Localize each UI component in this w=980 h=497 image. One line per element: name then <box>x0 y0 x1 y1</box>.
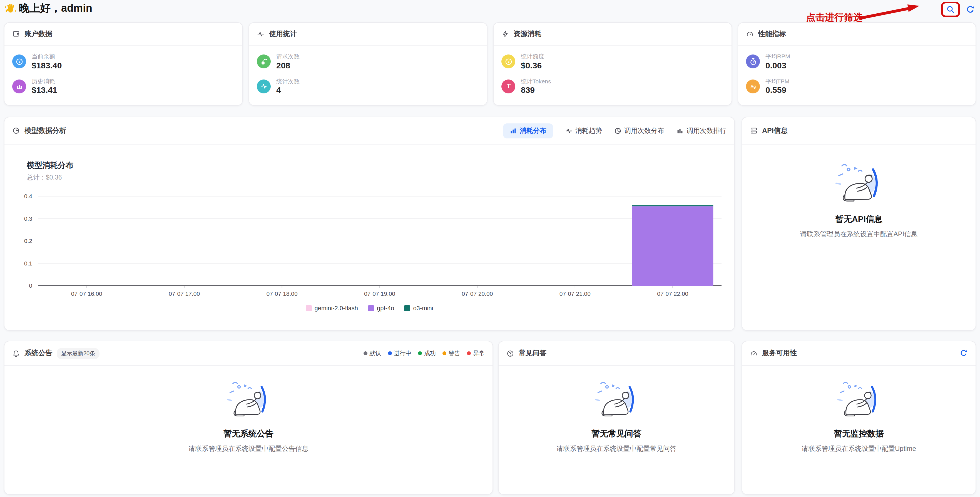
stat-tpm: Ag 平均TPM0.559 <box>746 78 968 95</box>
stat-current-balance: ¥ 当前余额$183.40 <box>12 53 235 70</box>
gauge-icon <box>746 30 754 38</box>
send-icon <box>257 55 271 68</box>
empty-title: 暂无常见问答 <box>592 429 641 439</box>
svg-text:Ag: Ag <box>750 84 756 89</box>
empty-title: 暂无监控数据 <box>834 429 884 439</box>
refresh-icon <box>959 349 968 357</box>
chart-title: 模型消耗分布 <box>27 161 73 170</box>
empty-illustration <box>222 380 275 421</box>
card-account-data: 账户数据 ¥ 当前余额$183.40 历史消耗$13.41 <box>4 22 243 106</box>
card-resource-usage: 资源消耗 ¥ 统计额度$0.36 T 统计Tokens839 <box>493 22 732 106</box>
greeting: 晚上好，admin <box>5 1 92 16</box>
empty-illustration <box>832 380 886 421</box>
uptime-empty-state: 暂无监控数据 请联系管理员在系统设置中配置Uptime <box>742 366 975 454</box>
refresh-button[interactable] <box>964 3 976 15</box>
tab-call-count-distribution[interactable]: 调用次数分布 <box>614 126 664 135</box>
card-faq: 常见问答 暂无常见问答 请联系管理员在系统设置中配置常见问答 <box>498 341 735 495</box>
chart-legend-item[interactable]: gpt-4o <box>368 305 394 311</box>
dashboard-page: 晚上好，admin 点击进行筛选 账户数据 <box>0 0 980 497</box>
card-title: 模型数据分析 <box>24 126 66 135</box>
wallet-icon <box>12 30 20 38</box>
card-title: 服务可用性 <box>762 349 797 358</box>
chart-subtitle: 总计：$0.36 <box>27 174 62 182</box>
announcements-empty-state: 暂无系统公告 请联系管理员在系统设置中配置公告信息 <box>5 366 493 454</box>
search-button[interactable] <box>941 2 960 17</box>
card-title: 性能指标 <box>758 29 786 39</box>
avg-ag-icon: Ag <box>746 80 760 93</box>
search-icon <box>946 5 955 14</box>
svg-text:0: 0 <box>29 282 32 289</box>
empty-description: 请联系管理员在系统设置中配置API信息 <box>800 229 918 239</box>
legend-default: 默认 <box>363 349 381 357</box>
empty-illustration <box>830 162 888 207</box>
server-icon <box>750 127 758 135</box>
uptime-refresh-button[interactable] <box>959 349 968 357</box>
svg-text:0.1: 0.1 <box>24 260 32 266</box>
legend-error: 异常 <box>467 349 485 357</box>
svg-text:0.2: 0.2 <box>24 238 32 244</box>
chart-legend-item[interactable]: o3-mini <box>404 305 433 311</box>
pulse-icon <box>257 80 271 93</box>
stat-historical-usage: 历史消耗$13.41 <box>12 78 235 95</box>
faq-empty-state: 暂无常见问答 请联系管理员在系统设置中配置常见问答 <box>499 366 734 454</box>
card-title: 账户数据 <box>24 29 52 39</box>
card-title: 系统公告 <box>24 349 52 358</box>
empty-title: 暂无系统公告 <box>223 429 274 439</box>
status-dot <box>467 351 471 355</box>
empty-illustration <box>590 380 643 421</box>
lightning-icon <box>501 30 509 38</box>
card-api-info: API信息 暂无API信息 请联系管理员在系统设置中配置API信息 <box>741 117 976 331</box>
tab-consumption-trend[interactable]: 消耗趋势 <box>565 126 602 135</box>
top-controls <box>941 2 976 17</box>
token-t-icon: T <box>501 80 515 93</box>
card-title: API信息 <box>762 126 788 135</box>
wave-icon <box>5 3 16 14</box>
stat-quota: ¥ 统计额度$0.36 <box>501 53 724 70</box>
clock-pie-icon <box>614 127 622 134</box>
svg-text:07-07 17:00: 07-07 17:00 <box>169 290 200 297</box>
stat-tokens: T 统计Tokens839 <box>501 78 724 95</box>
status-dot <box>442 351 446 355</box>
card-title: 常见问答 <box>519 349 546 358</box>
svg-text:¥: ¥ <box>507 60 509 64</box>
svg-text:07-07 16:00: 07-07 16:00 <box>71 290 102 297</box>
status-dot <box>388 351 391 355</box>
card-title: 资源消耗 <box>514 29 541 39</box>
svg-text:0.4: 0.4 <box>24 193 32 199</box>
balance-coin-icon: ¥ <box>12 55 26 68</box>
stat-request-count: 请求次数208 <box>257 53 479 70</box>
refresh-icon <box>966 5 975 14</box>
empty-description: 请联系管理员在系统设置中配置公告信息 <box>188 444 309 454</box>
status-legend: 默认 进行中 成功 警告 异常 <box>363 349 485 357</box>
bell-icon <box>12 349 20 357</box>
activity-icon <box>257 30 265 38</box>
card-model-analysis: 模型数据分析 消耗分布 消耗趋势 调用次数分布 调用次数排行 <box>4 117 735 331</box>
svg-text:07-07 20:00: 07-07 20:00 <box>461 290 493 297</box>
announcements-badge: 显示最新20条 <box>57 348 100 359</box>
empty-description: 请联系管理员在系统设置中配置常见问答 <box>557 444 676 454</box>
tab-consumption-distribution[interactable]: 消耗分布 <box>503 123 553 138</box>
annotation-arrow <box>855 2 924 22</box>
chart-legend-item[interactable]: gemini-2.0-flash <box>305 305 358 311</box>
pulse-icon <box>565 127 573 134</box>
svg-text:0.3: 0.3 <box>24 215 32 222</box>
consumption-bar-chart[interactable]: 00.10.20.30.407-07 16:0007-07 17:0007-07… <box>16 184 727 298</box>
card-usage-stats: 使用统计 请求次数208 统计次数4 <box>248 22 487 106</box>
bar-chart-icon <box>510 127 517 134</box>
stat-rpm: 平均RPM0.003 <box>746 53 968 70</box>
tab-call-count-ranking[interactable]: 调用次数排行 <box>676 126 727 135</box>
svg-text:¥: ¥ <box>18 60 20 64</box>
empty-title: 暂无API信息 <box>835 214 883 225</box>
greeting-text: 晚上好，admin <box>19 1 92 16</box>
svg-text:07-07 19:00: 07-07 19:00 <box>364 290 395 297</box>
bar-chart-icon <box>12 80 26 93</box>
legend-in-progress: 进行中 <box>388 349 411 357</box>
help-circle-icon <box>506 349 514 357</box>
analysis-tabs: 消耗分布 消耗趋势 调用次数分布 调用次数排行 <box>503 123 727 138</box>
card-uptime: 服务可用性 暂无监控数据 请联系管理员在系统设置中配置Uptime <box>741 341 976 495</box>
card-announcements: 系统公告 显示最新20条 默认 进行中 成功 警告 异常 暂无系统公告 请联系管… <box>4 341 493 495</box>
card-performance: 性能指标 平均RPM0.003 Ag 平均TPM0.559 <box>738 22 976 106</box>
status-dot <box>363 351 367 355</box>
quota-coin-icon: ¥ <box>501 55 515 68</box>
api-empty-state: 暂无API信息 请联系管理员在系统设置中配置API信息 <box>742 145 975 239</box>
